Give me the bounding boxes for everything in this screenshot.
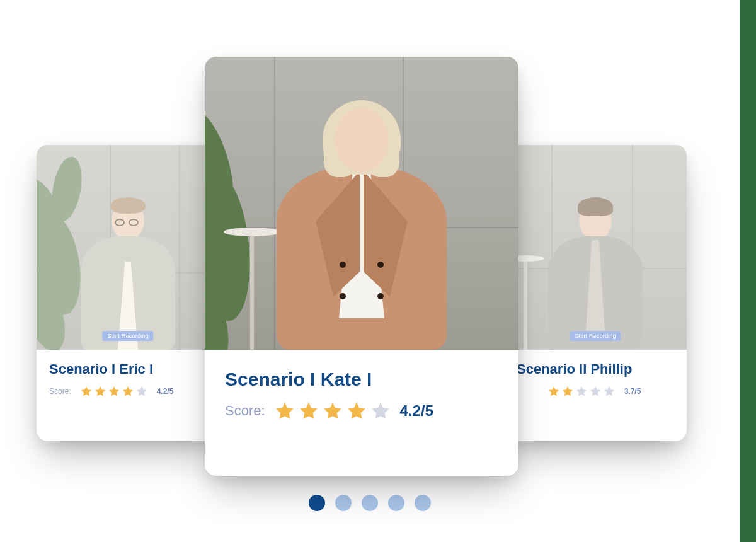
star-icon [298, 400, 319, 422]
svg-point-0 [37, 173, 74, 268]
scenario-card-eric[interactable]: Start Recording Scenario I Eric I Score:… [37, 145, 219, 441]
star-icon [589, 385, 602, 398]
star-icon [370, 400, 391, 422]
svg-point-1 [37, 212, 86, 318]
star-rating [274, 400, 391, 422]
start-recording-badge[interactable]: Start Recording [570, 331, 621, 341]
scenario-thumbnail: Start Recording [504, 145, 687, 350]
score-label: Score: [49, 387, 71, 396]
star-icon [547, 385, 560, 398]
start-recording-badge[interactable]: Start Recording [102, 331, 153, 341]
svg-point-4 [205, 103, 244, 237]
scenario-card-kate[interactable]: Scenario I Kate I Score: 4.2/5 [205, 57, 518, 476]
scenario-thumbnail: Start Recording [37, 145, 219, 350]
scenario-title: Scenario I Kate I [225, 369, 498, 390]
scenario-title: Scenario II Phillip [517, 361, 674, 378]
star-icon [108, 385, 120, 398]
carousel-dot[interactable] [388, 495, 404, 511]
carousel-pagination [0, 495, 740, 511]
star-icon [561, 385, 574, 398]
svg-point-3 [47, 154, 86, 224]
score-row: Score: 4.2/5 [225, 400, 498, 422]
scenario-carousel: Start Recording Scenario I Eric I Score:… [0, 28, 740, 495]
star-icon [346, 400, 367, 422]
carousel-dot[interactable] [335, 495, 352, 511]
star-icon [122, 385, 134, 398]
score-row: Score: 4.2/5 [49, 385, 207, 398]
scenario-card-phillip[interactable]: Start Recording Scenario II Phillip Scor… [504, 145, 687, 441]
side-accent-strip [740, 0, 756, 542]
svg-point-2 [37, 261, 74, 350]
svg-point-6 [205, 248, 241, 350]
scenario-title: Scenario I Eric I [49, 361, 207, 378]
score-value: 4.2/5 [400, 402, 433, 420]
carousel-dot[interactable] [309, 495, 325, 511]
star-icon [575, 385, 588, 398]
carousel-dot[interactable] [362, 495, 378, 511]
svg-point-5 [205, 168, 256, 324]
star-icon [80, 385, 93, 398]
star-icon [603, 385, 616, 398]
star-icon [94, 385, 106, 398]
star-icon [322, 400, 343, 422]
star-icon [274, 400, 295, 422]
score-label: Score: [225, 403, 265, 419]
score-value: 3.7/5 [624, 387, 641, 396]
scenario-thumbnail [205, 57, 518, 350]
carousel-dot[interactable] [415, 495, 431, 511]
score-value: 4.2/5 [157, 387, 174, 396]
star-rating [547, 385, 616, 398]
star-rating [80, 385, 148, 398]
star-icon [135, 385, 148, 398]
score-row: Score: 3.7/5 [517, 385, 674, 398]
